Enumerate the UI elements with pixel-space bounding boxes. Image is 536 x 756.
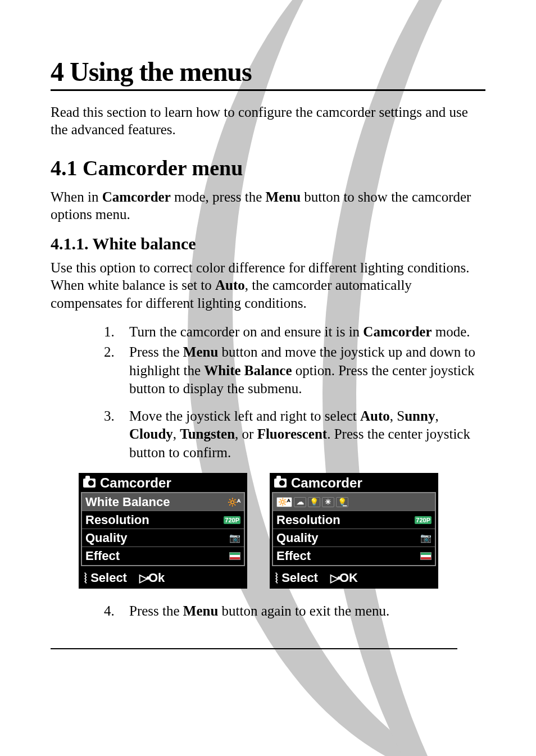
list-item: Turn the camcorder on and ensure it is i… [118, 323, 485, 341]
effect-icon [420, 552, 431, 560]
joystick-press-icon: ▷• [139, 571, 148, 585]
menu-row-quality: Quality 📷 [82, 529, 244, 547]
lcd-screenshot-right: Camcorder 🔆ᴬ ☁ 💡 ☀ 💡̲ Resolution 720P [270, 473, 438, 589]
lcd-title: Camcorder [270, 473, 438, 492]
menu-row-quality: Quality 📷 [273, 529, 435, 547]
intro-paragraph: Read this section to learn how to config… [51, 103, 485, 139]
footer-rule [51, 648, 457, 649]
lcd-screenshot-left: Camcorder White Balance 🔆ᴬ Resolution 72… [79, 473, 247, 589]
menu-row-white-balance: White Balance 🔆ᴬ [82, 493, 244, 511]
camcorder-icon [83, 479, 96, 488]
effect-icon [229, 552, 240, 560]
screenshot-row: Camcorder White Balance 🔆ᴬ Resolution 72… [79, 473, 485, 589]
list-item: Press the Menu button again to exit the … [118, 602, 485, 621]
lcd-menu: White Balance 🔆ᴬ Resolution 720P Quality… [81, 492, 245, 566]
menu-row-wb-options: 🔆ᴬ ☁ 💡 ☀ 💡̲ [273, 493, 435, 511]
wb-sunny-option-icon: ☀ [322, 497, 334, 507]
wb-cloudy-option-icon: ☁ [294, 497, 306, 507]
lcd-footer: ⦚ Select ▷•Ok [79, 568, 247, 589]
instruction-list-continued: Press the Menu button again to exit the … [51, 602, 485, 621]
section-paragraph: When in Camcorder mode, press the Menu b… [51, 188, 485, 224]
wb-fluorescent-option-icon: 💡̲ [336, 497, 348, 507]
menu-row-resolution: Resolution 720P [273, 511, 435, 529]
instruction-list: Turn the camcorder on and ensure it is i… [51, 323, 485, 462]
menu-row-effect: Effect [273, 547, 435, 565]
wb-tungsten-option-icon: 💡 [308, 497, 320, 507]
list-item: Move the joystick left and right to sele… [118, 407, 485, 462]
subsection-heading: 4.1.1. White balance [51, 234, 485, 253]
resolution-badge: 720P [415, 516, 431, 524]
lcd-footer: ⦚ Select ▷•OK [270, 568, 438, 589]
lcd-menu: 🔆ᴬ ☁ 💡 ☀ 💡̲ Resolution 720P Quality 📷 [272, 492, 436, 566]
lcd-title: Camcorder [79, 473, 247, 492]
resolution-badge: 720P [224, 516, 240, 524]
subsection-paragraph: Use this option to correct color differe… [51, 259, 485, 312]
wb-option-icons: 🔆ᴬ ☁ 💡 ☀ 💡̲ [276, 497, 431, 507]
chapter-heading: 4 Using the menus [51, 56, 485, 91]
quality-icon: 📷 [420, 532, 431, 543]
menu-row-resolution: Resolution 720P [82, 511, 244, 529]
camcorder-icon [274, 479, 287, 488]
wb-auto-option-icon: 🔆ᴬ [276, 497, 292, 507]
quality-icon: 📷 [229, 532, 240, 543]
section-heading: 4.1 Camcorder menu [51, 156, 485, 180]
wb-auto-icon: 🔆ᴬ [228, 498, 240, 507]
joystick-updown-icon: ⦚ [274, 572, 278, 585]
joystick-updown-icon: ⦚ [83, 572, 87, 585]
list-item: Press the Menu button and move the joyst… [118, 343, 485, 398]
menu-row-effect: Effect [82, 547, 244, 565]
joystick-press-icon: ▷• [330, 571, 339, 585]
